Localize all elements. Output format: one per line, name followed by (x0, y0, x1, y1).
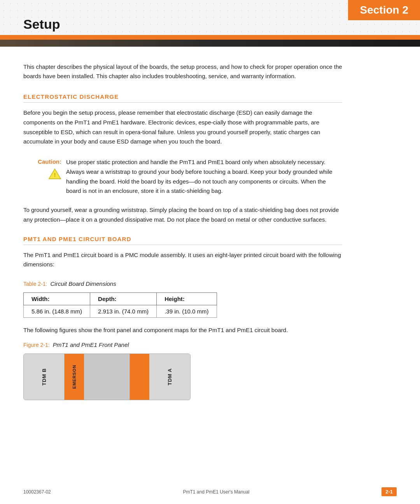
footer-doc-number: 10002367-02 (23, 489, 51, 495)
panel-right-label: TDM A (167, 368, 173, 385)
front-panel-figure: TDM B EMERSON TDM A (23, 354, 191, 400)
footer-page-badge: 2-1 (382, 487, 397, 496)
page-header: Section 2 Setup (0, 0, 420, 35)
table-cell-height: .39 in. (10.0 mm) (157, 305, 217, 318)
caution-icon: ! (48, 167, 61, 180)
table-header-depth: Depth: (90, 293, 157, 305)
page-footer: 10002367-02 PmT1 and PmE1 User's Manual … (0, 487, 420, 496)
circuit-board-table: Width: Depth: Height: 5.86 in. (148.8 mm… (23, 292, 217, 318)
page-title: Setup (23, 17, 60, 32)
table-cell-width: 5.86 in. (148.8 mm) (24, 305, 90, 318)
panel-left-label: TDM B (41, 368, 47, 385)
svg-text:!: ! (54, 172, 56, 178)
footer-title: PmT1 and PmE1 User's Manual (183, 489, 249, 495)
table-header-width: Width: (24, 293, 90, 305)
grounding-text: To ground yourself, wear a grounding wri… (23, 205, 342, 225)
caution-text: Use proper static protection and handle … (66, 158, 342, 196)
esd-body: Before you begin the setup process, plea… (23, 108, 342, 147)
panel-middle-connector: EMERSON (65, 354, 84, 400)
caution-block: Caution: ! Use proper static protection … (23, 158, 342, 196)
intro-paragraph: This chapter describes the physical layo… (23, 62, 342, 81)
main-content: This chapter describes the physical layo… (0, 47, 420, 424)
caution-label: Caution: (38, 158, 61, 165)
table-label: Table 2-1: (23, 281, 47, 287)
after-table-text: The following figures show the front pan… (23, 326, 342, 335)
table-cell-depth: 2.913 in. (74.0 mm) (90, 305, 157, 318)
table-row: 5.86 in. (148.8 mm) 2.913 in. (74.0 mm) … (24, 305, 217, 318)
dark-bar (0, 40, 420, 47)
section-badge: Section 2 (348, 0, 420, 20)
circuit-body: The PmT1 and PmE1 circuit board is a PMC… (23, 250, 342, 270)
circuit-heading: PMT1 AND PME1 CIRCUIT BOARD (23, 236, 342, 245)
panel-left: TDM B (24, 354, 65, 400)
panel-center (84, 354, 130, 400)
panel-right: TDM A (149, 354, 190, 400)
panel-right-connector (130, 354, 149, 400)
panel-middle-label: EMERSON (72, 365, 77, 389)
esd-heading: ELECTROSTATIC DISCHARGE (23, 93, 342, 103)
table-header-height: Height: (157, 293, 217, 305)
table-caption: Circuit Board Dimensions (50, 280, 116, 287)
orange-bar (0, 35, 420, 40)
figure-caption-row: Figure 2-1: PmT1 and PmE1 Front Panel (23, 341, 397, 350)
figure-label: Figure 2-1: (23, 342, 50, 348)
figure-caption: PmT1 and PmE1 Front Panel (53, 341, 129, 348)
caution-label-col: Caution: ! (23, 158, 66, 180)
table-caption-row: Table 2-1: Circuit Board Dimensions (23, 280, 397, 289)
